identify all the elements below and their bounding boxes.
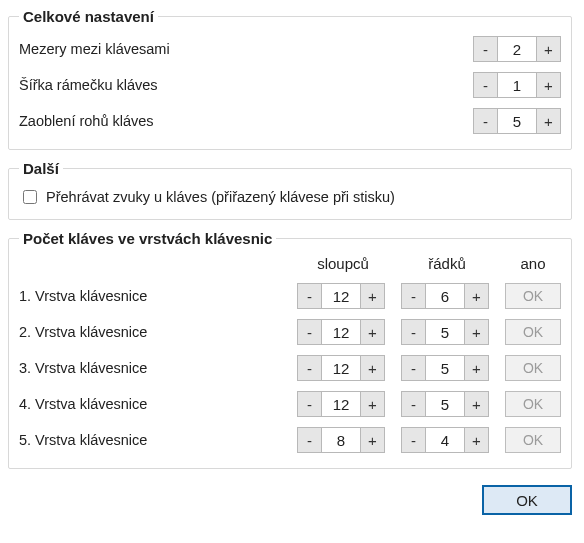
layer-rows-plus[interactable]: +: [465, 283, 489, 309]
layer-rows-value[interactable]: 5: [425, 319, 465, 345]
layer-rows-plus[interactable]: +: [465, 319, 489, 345]
overall-group: Celkové nastavení Mezery mezi klávesami …: [8, 8, 572, 150]
ok-button[interactable]: OK: [482, 485, 572, 515]
layer-rows-stepper: -6+: [401, 283, 493, 309]
row-border: Šířka rámečku kláves - 1 +: [19, 67, 561, 103]
border-value[interactable]: 1: [497, 72, 537, 98]
layer-cols-value[interactable]: 12: [321, 355, 361, 381]
footer: OK: [8, 479, 572, 515]
layer-rows-minus[interactable]: -: [401, 283, 425, 309]
layers-legend: Počet kláves ve vrstvách klávesnic: [19, 230, 276, 247]
layer-rows-value[interactable]: 4: [425, 427, 465, 453]
layer-cols-plus[interactable]: +: [361, 319, 385, 345]
row-border-label: Šířka rámečku kláves: [19, 77, 473, 93]
layer-cols-plus[interactable]: +: [361, 391, 385, 417]
sound-checkbox-row[interactable]: Přehrávat zvuky u kláves (přiřazený kláv…: [19, 183, 561, 209]
gap-plus[interactable]: +: [537, 36, 561, 62]
border-minus[interactable]: -: [473, 72, 497, 98]
col-header-rows: řádků: [401, 255, 493, 272]
layer-row: 3. Vrstva klávesnice-12+-5+OK: [19, 350, 561, 386]
border-plus[interactable]: +: [537, 72, 561, 98]
layers-group: Počet kláves ve vrstvách klávesnic sloup…: [8, 230, 572, 469]
layer-rows-stepper: -5+: [401, 355, 493, 381]
row-gap-label: Mezery mezi klávesami: [19, 41, 473, 57]
layer-cols-stepper: -8+: [297, 427, 389, 453]
layer-row: 5. Vrstva klávesnice-8+-4+OK: [19, 422, 561, 458]
layer-rows-plus[interactable]: +: [465, 355, 489, 381]
border-stepper: - 1 +: [473, 72, 561, 98]
layer-rows-minus[interactable]: -: [401, 427, 425, 453]
layer-rows-value[interactable]: 5: [425, 355, 465, 381]
layer-rows-stepper: -5+: [401, 391, 493, 417]
layer-rows-plus[interactable]: +: [465, 391, 489, 417]
layer-cols-minus[interactable]: -: [297, 283, 321, 309]
layer-label: 3. Vrstva klávesnice: [19, 360, 297, 376]
layer-cols-minus[interactable]: -: [297, 391, 321, 417]
layer-ok-button[interactable]: OK: [505, 355, 561, 381]
layer-label: 1. Vrstva klávesnice: [19, 288, 297, 304]
layer-ok-button[interactable]: OK: [505, 391, 561, 417]
layer-cols-value[interactable]: 12: [321, 319, 361, 345]
layer-rows-value[interactable]: 5: [425, 391, 465, 417]
layer-cols-minus[interactable]: -: [297, 427, 321, 453]
layer-cols-value[interactable]: 8: [321, 427, 361, 453]
col-header-cols: sloupců: [297, 255, 389, 272]
radius-minus[interactable]: -: [473, 108, 497, 134]
layer-rows-plus[interactable]: +: [465, 427, 489, 453]
radius-value[interactable]: 5: [497, 108, 537, 134]
layer-cols-stepper: -12+: [297, 391, 389, 417]
layer-label: 4. Vrstva klávesnice: [19, 396, 297, 412]
layer-cols-plus[interactable]: +: [361, 427, 385, 453]
layer-rows-stepper: -4+: [401, 427, 493, 453]
layer-row: 2. Vrstva klávesnice-12+-5+OK: [19, 314, 561, 350]
layer-ok-button[interactable]: OK: [505, 283, 561, 309]
layer-row: 1. Vrstva klávesnice-12+-6+OK: [19, 278, 561, 314]
layer-cols-value[interactable]: 12: [321, 283, 361, 309]
sound-checkbox-label: Přehrávat zvuky u kláves (přiřazený kláv…: [46, 189, 395, 205]
layer-row: 4. Vrstva klávesnice-12+-5+OK: [19, 386, 561, 422]
layer-cols-value[interactable]: 12: [321, 391, 361, 417]
radius-stepper: - 5 +: [473, 108, 561, 134]
layer-rows-stepper: -5+: [401, 319, 493, 345]
layer-cols-minus[interactable]: -: [297, 355, 321, 381]
layer-cols-stepper: -12+: [297, 319, 389, 345]
layer-ok-button[interactable]: OK: [505, 319, 561, 345]
gap-minus[interactable]: -: [473, 36, 497, 62]
layer-cols-stepper: -12+: [297, 355, 389, 381]
layer-label: 5. Vrstva klávesnice: [19, 432, 297, 448]
layer-cols-plus[interactable]: +: [361, 283, 385, 309]
layer-rows-value[interactable]: 6: [425, 283, 465, 309]
gap-value[interactable]: 2: [497, 36, 537, 62]
layer-cols-stepper: -12+: [297, 283, 389, 309]
other-group: Další Přehrávat zvuky u kláves (přiřazen…: [8, 160, 572, 220]
gap-stepper: - 2 +: [473, 36, 561, 62]
radius-plus[interactable]: +: [537, 108, 561, 134]
col-header-ok: ano: [505, 255, 561, 272]
layer-rows-minus[interactable]: -: [401, 319, 425, 345]
layer-label: 2. Vrstva klávesnice: [19, 324, 297, 340]
row-radius: Zaoblení rohů kláves - 5 +: [19, 103, 561, 139]
layer-rows-minus[interactable]: -: [401, 355, 425, 381]
other-legend: Další: [19, 160, 63, 177]
sound-checkbox[interactable]: [23, 190, 37, 204]
row-gap: Mezery mezi klávesami - 2 +: [19, 31, 561, 67]
layer-cols-plus[interactable]: +: [361, 355, 385, 381]
layers-header: sloupců řádků ano: [19, 253, 561, 278]
row-radius-label: Zaoblení rohů kláves: [19, 113, 473, 129]
layer-ok-button[interactable]: OK: [505, 427, 561, 453]
overall-legend: Celkové nastavení: [19, 8, 158, 25]
layer-cols-minus[interactable]: -: [297, 319, 321, 345]
layer-rows-minus[interactable]: -: [401, 391, 425, 417]
